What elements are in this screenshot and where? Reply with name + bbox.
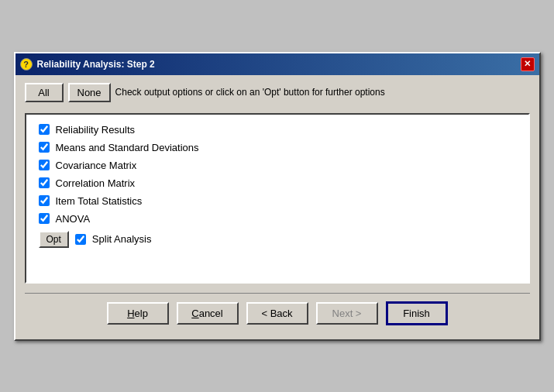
- dialog-content: All None Check output options or click o…: [15, 75, 539, 339]
- correlation-matrix-checkbox[interactable]: [39, 177, 50, 188]
- reliability-results-checkbox[interactable]: [39, 124, 50, 135]
- checkbox-row-4: Correlation Matrix: [39, 177, 516, 189]
- dialog-icon: ?: [20, 58, 33, 70]
- means-std-dev-checkbox[interactable]: [39, 142, 50, 153]
- none-button[interactable]: None: [68, 83, 111, 102]
- options-area: Reliability Results Means and Standard D…: [25, 113, 530, 284]
- split-analysis-label: Split Analysis: [92, 233, 152, 245]
- reliability-results-label: Reliability Results: [56, 124, 136, 136]
- reliability-analysis-dialog: ? Reliability Analysis: Step 2 ✕ All Non…: [14, 52, 541, 341]
- split-analysis-checkbox[interactable]: [75, 234, 86, 245]
- covariance-matrix-checkbox[interactable]: [39, 160, 50, 170]
- checkbox-row-3: Covariance Matrix: [39, 160, 516, 171]
- opt-button[interactable]: Opt: [39, 231, 69, 248]
- anova-checkbox[interactable]: [39, 213, 50, 224]
- opt-row: Opt Split Analysis: [39, 231, 516, 248]
- checkbox-row-5: Item Total Statistics: [39, 195, 516, 207]
- finish-button[interactable]: Finish: [386, 301, 448, 325]
- instruction-text: Check output options or click on an 'Opt…: [115, 87, 385, 98]
- correlation-matrix-label: Correlation Matrix: [56, 177, 136, 189]
- checkbox-row-7: Split Analysis: [75, 233, 152, 245]
- checkbox-row-1: Reliability Results: [39, 124, 516, 136]
- cancel-button[interactable]: Cancel: [177, 302, 239, 325]
- title-bar: ? Reliability Analysis: Step 2 ✕: [15, 53, 539, 75]
- next-button[interactable]: Next >: [316, 302, 378, 325]
- checkbox-row-2: Means and Standard Deviations: [39, 142, 516, 153]
- item-total-stats-checkbox[interactable]: [39, 195, 50, 206]
- covariance-matrix-label: Covariance Matrix: [56, 160, 137, 171]
- anova-label: ANOVA: [56, 213, 91, 225]
- all-button[interactable]: All: [25, 83, 64, 102]
- item-total-stats-label: Item Total Statistics: [56, 195, 143, 207]
- checkbox-row-6: ANOVA: [39, 213, 516, 225]
- title-text: Reliability Analysis: Step 2: [37, 59, 155, 70]
- close-button[interactable]: ✕: [521, 57, 535, 71]
- help-button[interactable]: Help: [107, 302, 169, 325]
- means-std-dev-label: Means and Standard Deviations: [56, 142, 199, 153]
- back-button[interactable]: < Back: [246, 302, 308, 325]
- top-bar: All None Check output options or click o…: [25, 83, 530, 102]
- button-row: Help Cancel < Back Next > Finish: [25, 293, 530, 332]
- title-bar-left: ? Reliability Analysis: Step 2: [20, 58, 155, 70]
